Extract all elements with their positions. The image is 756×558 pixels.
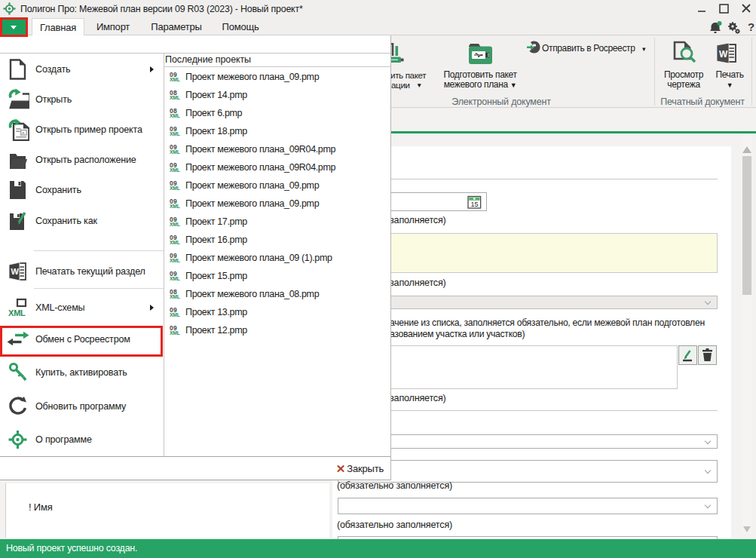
svg-text:W: W (719, 49, 728, 60)
svg-text:XML: XML (8, 308, 26, 317)
svg-text:?: ? (748, 20, 754, 33)
svg-text:15: 15 (471, 201, 479, 208)
svg-text:W: W (11, 267, 20, 276)
